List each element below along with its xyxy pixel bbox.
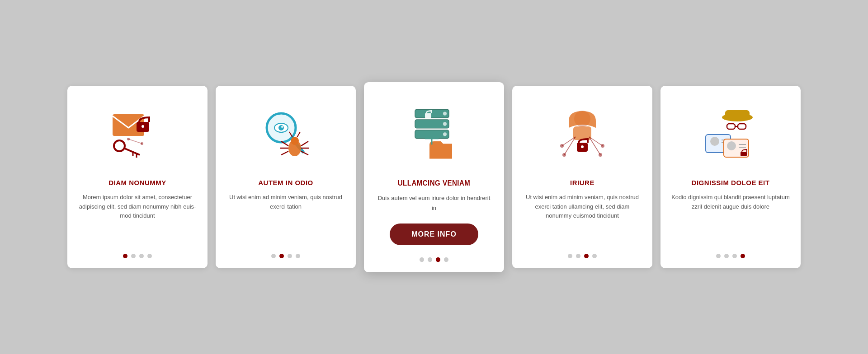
- dot: [288, 254, 292, 258]
- svg-point-57: [727, 141, 736, 150]
- card-2-body: Ut wisi enim ad minim veniam, quis nostr…: [226, 193, 345, 242]
- hacker-lock-icon: [523, 98, 642, 171]
- svg-point-37: [581, 145, 584, 148]
- svg-point-44: [601, 144, 604, 148]
- card-4-title: IRIURE: [570, 179, 594, 186]
- svg-rect-47: [725, 110, 750, 118]
- card-3-body: Duis autem vel eum iriure dolor in hendr…: [375, 193, 493, 213]
- dot: [436, 257, 440, 261]
- card-5-body: Kodio dignissim qui blandit praesent lup…: [671, 193, 790, 242]
- dot: [732, 254, 737, 258]
- card-3: ULLAMCING VENIAM Duis autem vel eum iriu…: [364, 82, 504, 272]
- card-2: AUTEM IN ODIO Ut wisi enim ad minim veni…: [216, 86, 356, 269]
- svg-point-22: [291, 137, 299, 145]
- svg-point-14: [281, 126, 283, 128]
- svg-line-19: [301, 141, 308, 146]
- card-4-dots: [568, 254, 597, 258]
- svg-rect-60: [741, 152, 747, 156]
- bug-magnify-icon: [226, 98, 345, 171]
- dot: [568, 254, 572, 258]
- card-1-title: DIAM NONUMMY: [108, 179, 166, 186]
- svg-line-41: [589, 137, 600, 155]
- more-info-button[interactable]: MORE INFO: [390, 223, 478, 245]
- dot: [576, 254, 580, 258]
- svg-point-52: [710, 137, 719, 146]
- svg-rect-31: [425, 113, 431, 118]
- svg-line-39: [564, 137, 576, 155]
- card-2-dots: [271, 254, 300, 258]
- dot: [131, 254, 136, 258]
- dot: [592, 254, 597, 258]
- server-folder-icon: [375, 95, 493, 170]
- dot: [444, 257, 448, 261]
- dot: [716, 254, 721, 258]
- svg-point-2: [142, 125, 144, 128]
- svg-line-4: [124, 148, 140, 155]
- svg-line-18: [281, 151, 288, 155]
- card-5: DIGNISSIM DOLOE EIT Kodio dignissim qui …: [660, 86, 801, 269]
- card-1: DIAM NONUMMY Morem ipsum dolor sit amet,…: [67, 86, 208, 269]
- card-1-body: Morem ipsum dolor sit amet, consectetuer…: [78, 193, 197, 242]
- card-5-title: DIGNISSIM DOLOE EIT: [692, 179, 770, 186]
- svg-point-3: [114, 140, 125, 151]
- dot: [271, 254, 276, 258]
- svg-point-42: [560, 144, 564, 148]
- svg-point-13: [278, 125, 284, 130]
- dot: [741, 254, 745, 258]
- svg-rect-35: [573, 126, 591, 140]
- dot: [147, 254, 152, 258]
- card-2-title: AUTEM IN ODIO: [258, 179, 313, 186]
- svg-line-40: [589, 137, 603, 146]
- svg-line-38: [562, 137, 576, 146]
- svg-line-9: [128, 139, 142, 144]
- cards-container: DIAM NONUMMY Morem ipsum dolor sit amet,…: [40, 68, 828, 287]
- svg-point-45: [599, 153, 602, 157]
- svg-rect-49: [738, 124, 746, 129]
- dot: [584, 254, 589, 258]
- card-1-dots: [123, 254, 152, 258]
- dot: [420, 257, 424, 261]
- card-5-dots: [716, 254, 745, 258]
- card-4-body: Ut wisi enim ad minim veniam, quis nostr…: [523, 193, 642, 242]
- card-3-dots: [420, 257, 448, 261]
- svg-rect-48: [727, 124, 735, 129]
- spy-identity-icon: [671, 98, 790, 171]
- dot: [296, 254, 300, 258]
- dot: [139, 254, 144, 258]
- dot: [123, 254, 127, 258]
- svg-line-24: [297, 132, 300, 137]
- card-3-title: ULLAMCING VENIAM: [398, 179, 471, 187]
- email-key-icon: [78, 98, 197, 171]
- dot: [724, 254, 729, 258]
- svg-point-43: [562, 153, 566, 157]
- dot: [279, 254, 284, 258]
- card-4: IRIURE Ut wisi enim ad minim veniam, qui…: [512, 86, 652, 269]
- dot: [428, 257, 432, 261]
